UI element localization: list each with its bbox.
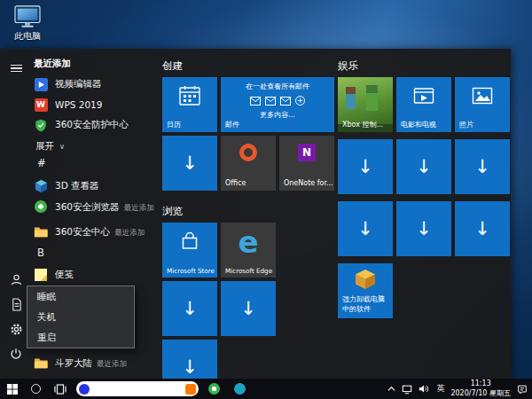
edge-logo-icon: e [221,227,276,257]
folder-icon [34,356,48,370]
taskbar-clock[interactable]: 11:13 2020/7/10 星期五 [450,379,511,398]
recently-added-header: 最近添加 [34,58,71,70]
taskbar-search-box[interactable] [76,381,199,396]
download-arrow-icon: ↓ [396,201,451,256]
tile-pending-install[interactable]: ↓ [396,201,451,256]
gear-icon [10,323,23,336]
browser-icon [208,383,220,395]
download-arrow-icon: ↓ [221,281,276,336]
tile-pending-install[interactable]: ↓ [162,281,217,336]
shield-icon [34,118,48,132]
taskbar-app-security[interactable] [229,379,250,399]
notification-icon [517,384,528,395]
tile-microsoft-store[interactable]: Microsoft Store [162,223,217,278]
tile-movies-tv[interactable]: 电影和电视 [396,77,451,132]
power-icon [10,348,22,360]
download-arrow-icon: ↓ [338,139,393,194]
hot-search-icon[interactable] [185,384,196,395]
power-menu-sleep[interactable]: 睡眠 [27,286,134,307]
network-button[interactable] [402,384,412,395]
tile-pending-install[interactable]: ↓ [162,340,217,379]
expand-list-button[interactable]: 展开 ∨ [32,137,158,156]
cortana-button[interactable] [24,379,48,399]
plus-icon: + [295,96,305,106]
app-item-video-editor[interactable]: 视频编辑器 [32,74,158,94]
download-arrow-icon: ↓ [338,201,393,256]
action-center-button[interactable] [517,384,528,395]
app-item-douluo[interactable]: 斗罗大陆 最近添加 [32,353,158,378]
hamburger-icon [11,63,22,74]
tile-label: Microsoft Store [167,267,215,275]
onenote-logo-icon: N [279,144,334,161]
tile-label: Office [225,179,274,188]
office-logo-icon [221,144,276,161]
tile-onenote[interactable]: N OneNote for... [279,136,334,191]
download-arrow-icon: ↓ [455,201,510,256]
section-header-hash[interactable]: # [37,157,46,169]
app-item-label: 360安全浏览器 [55,201,120,212]
power-menu-shutdown[interactable]: 关机 [27,307,134,327]
app-item-3d-viewer[interactable]: 3D 查看器 [32,176,158,196]
tile-photos[interactable]: 照片 [455,77,510,132]
volume-button[interactable] [419,384,430,394]
recently-added-sub: 最近添加 [114,228,145,237]
app-item-360-security[interactable]: 360安全防护中心 [32,115,158,135]
download-arrow-icon: ↓ [162,281,217,336]
wps-icon: W [34,98,48,112]
group-title-entertainment[interactable]: 娱乐 [338,59,358,73]
tile-label: 照片 [459,121,508,129]
tile-microsoft-edge[interactable]: e Microsoft Edge [221,223,276,278]
start-button[interactable] [0,379,24,399]
app-item-label: 360安全中心 [55,226,110,237]
app-item-360-browser[interactable]: 360安全浏览器 最近添加 [32,197,158,222]
app-item-wps[interactable]: W WPS 2019 [32,95,158,114]
app-item-360-center[interactable]: 360安全中心 最近添加 [32,222,158,246]
download-arrow-icon: ↓ [162,340,217,379]
tile-pending-install[interactable]: ↓ [396,139,451,194]
taskbar-app-browser[interactable] [203,379,224,399]
group-title-create[interactable]: 创建 [162,59,183,73]
tile-xbox[interactable]: Xbox 控制... [338,77,393,132]
tile-area: 创建 日历 在一处查看所有邮件 + 更多内容... [158,49,511,379]
task-view-button[interactable] [48,379,72,399]
search-engine-icon [79,384,90,395]
tile-office[interactable]: Office [221,136,276,191]
tile-pending-install[interactable]: ↓ [221,281,276,336]
tile-mail[interactable]: 在一处查看所有邮件 + 更多内容... 邮件 [221,77,334,132]
ime-indicator[interactable]: 英 [436,383,444,395]
power-menu-restart[interactable]: 重启 [27,327,134,348]
tile-pending-install[interactable]: ↓ [338,139,393,194]
mail-accounts-icons: + [221,96,334,106]
cortana-icon [31,384,41,394]
calendar-icon [162,85,217,106]
tile-pending-install[interactable]: ↓ [162,136,217,191]
tile-pending-install[interactable]: ↓ [455,139,510,194]
speaker-icon [419,384,430,394]
user-button[interactable] [7,270,25,288]
document-icon [11,298,22,311]
download-arrow-icon: ↓ [455,139,510,194]
tile-uninstaller[interactable]: 强力卸载电脑中的软件 [338,263,393,318]
chevron-down-icon: ∨ [59,143,65,151]
user-icon [10,273,23,286]
tile-calendar[interactable]: 日历 [162,77,217,132]
download-arrow-icon: ↓ [162,136,217,191]
settings-button[interactable] [7,320,25,338]
download-arrow-icon: ↓ [396,139,451,194]
section-header-b[interactable]: B [37,246,44,259]
network-icon [402,384,412,395]
power-button[interactable] [7,345,25,363]
tray-date: 2020/7/10 星期五 [450,389,511,398]
power-flyout-menu: 睡眠 关机 重启 [27,286,135,348]
tray-expand-button[interactable] [387,386,395,392]
documents-button[interactable] [7,295,25,313]
tile-pending-install[interactable]: ↓ [338,201,393,256]
tile-label: Microsoft Edge [225,267,274,275]
desktop-icon-this-pc[interactable]: 此电脑 [6,4,49,43]
group-title-browse[interactable]: 浏览 [162,205,183,218]
mail-promo-title: 在一处查看所有邮件 [221,82,334,91]
app-item-sticky-notes[interactable]: 便笺 [32,265,158,285]
browser-icon [34,200,48,214]
menu-expand-button[interactable] [7,59,25,77]
tile-pending-install[interactable]: ↓ [455,201,510,256]
